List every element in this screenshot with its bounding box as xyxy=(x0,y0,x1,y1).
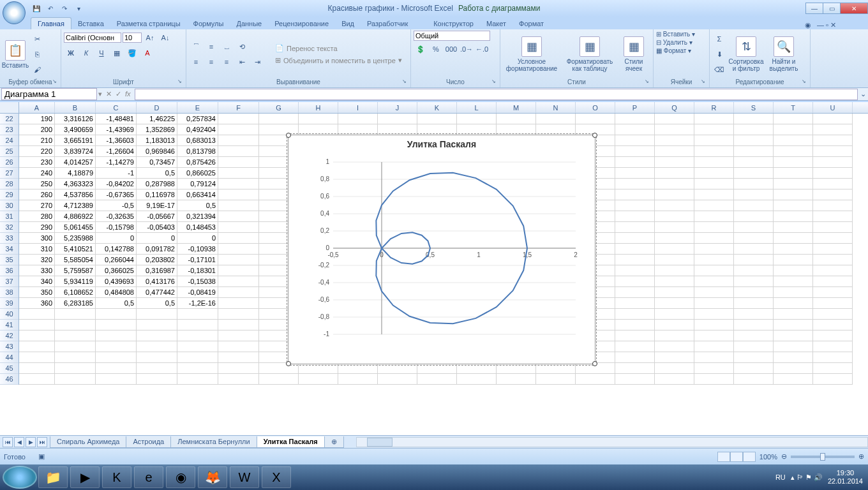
cell-U39[interactable] xyxy=(813,298,853,309)
cell-D46[interactable] xyxy=(137,374,177,385)
cell-T25[interactable] xyxy=(774,146,813,157)
cell-G23[interactable] xyxy=(259,124,299,135)
cell-T36[interactable] xyxy=(774,265,813,276)
column-header-K[interactable]: K xyxy=(417,102,457,113)
align-right[interactable]: ≡ xyxy=(220,55,234,69)
cell-E36[interactable]: -0,18301 xyxy=(177,265,218,276)
format-cells-button[interactable]: ▦ Формат ▾ xyxy=(656,47,691,54)
cell-C26[interactable]: -1,14279 xyxy=(96,157,137,168)
cell-Q22[interactable] xyxy=(655,114,694,124)
cell-A39[interactable]: 360 xyxy=(19,298,55,309)
cell-U35[interactable] xyxy=(813,255,853,265)
cell-F29[interactable] xyxy=(218,189,259,200)
view-page-break[interactable] xyxy=(743,452,756,462)
cell-S24[interactable] xyxy=(734,135,774,146)
cell-G22[interactable] xyxy=(259,114,299,124)
cell-C38[interactable]: 0,484808 xyxy=(96,287,137,298)
cell-E43[interactable] xyxy=(177,341,218,352)
cell-D33[interactable]: 0 xyxy=(137,233,177,244)
help-button[interactable]: ◉ — ▫ ✕ xyxy=(805,21,836,29)
cell-E45[interactable] xyxy=(177,363,218,374)
cell-U24[interactable] xyxy=(813,135,853,146)
cell-S35[interactable] xyxy=(734,255,774,265)
cell-P27[interactable] xyxy=(615,168,655,179)
cell-H46[interactable] xyxy=(299,374,338,385)
column-header-E[interactable]: E xyxy=(177,102,218,113)
cell-D31[interactable]: -0,05667 xyxy=(137,211,177,222)
cell-P25[interactable] xyxy=(615,146,655,157)
tray-flag-icon[interactable]: ▴ 🏳 ⚑ 🔊 xyxy=(791,473,823,482)
cell-Q36[interactable] xyxy=(655,265,694,276)
cell-C24[interactable]: -1,36603 xyxy=(96,135,137,146)
format-painter-button[interactable]: 🖌 xyxy=(30,63,44,77)
find-select-button[interactable]: 🔍Найти и выделить xyxy=(766,35,802,73)
cell-B33[interactable]: 5,235988 xyxy=(55,233,96,244)
cell-R34[interactable] xyxy=(694,244,734,255)
cell-C46[interactable] xyxy=(96,374,137,385)
cell-U34[interactable] xyxy=(813,244,853,255)
cell-E26[interactable]: 0,875426 xyxy=(177,157,218,168)
cell-K22[interactable] xyxy=(417,114,457,124)
cell-T33[interactable] xyxy=(774,233,813,244)
tray-lang[interactable]: RU xyxy=(775,473,786,481)
cut-button[interactable]: ✂ xyxy=(30,32,44,46)
cell-P26[interactable] xyxy=(615,157,655,168)
expand-formula-bar[interactable]: ⌄ xyxy=(858,90,868,98)
cell-S26[interactable] xyxy=(734,157,774,168)
cell-C44[interactable] xyxy=(96,352,137,363)
task-word[interactable]: W xyxy=(230,466,259,488)
tab-developer[interactable]: Разработчик xyxy=(361,18,414,29)
cell-C39[interactable]: 0,5 xyxy=(96,298,137,309)
border-button[interactable]: ▦ xyxy=(110,46,124,60)
cell-Q34[interactable] xyxy=(655,244,694,255)
column-header-S[interactable]: S xyxy=(734,102,774,113)
column-header-H[interactable]: H xyxy=(299,102,338,113)
cell-Q28[interactable] xyxy=(655,179,694,189)
cell-E24[interactable]: 0,683013 xyxy=(177,135,218,146)
cell-L23[interactable] xyxy=(457,124,497,135)
cell-C27[interactable]: -1 xyxy=(96,168,137,179)
row-header-25[interactable]: 25 xyxy=(0,146,19,157)
cell-M23[interactable] xyxy=(497,124,536,135)
cell-U31[interactable] xyxy=(813,211,853,222)
row-header-28[interactable]: 28 xyxy=(0,179,19,189)
cell-U38[interactable] xyxy=(813,287,853,298)
fx-button[interactable]: fx xyxy=(125,90,131,98)
cell-U45[interactable] xyxy=(813,363,853,374)
view-page-layout[interactable] xyxy=(730,452,743,462)
cell-R32[interactable] xyxy=(694,222,734,233)
cell-F41[interactable] xyxy=(218,320,259,330)
cell-A40[interactable] xyxy=(19,309,55,320)
cell-S39[interactable] xyxy=(734,298,774,309)
cell-S41[interactable] xyxy=(734,320,774,330)
cell-B25[interactable]: 3,839724 xyxy=(55,146,96,157)
comma-button[interactable]: 000 xyxy=(444,42,458,56)
cell-E37[interactable]: -0,15038 xyxy=(177,276,218,287)
task-excel[interactable]: X xyxy=(262,466,291,488)
task-explorer[interactable]: 📁 xyxy=(38,466,68,488)
tab-home[interactable]: Главная xyxy=(31,17,71,29)
cell-F28[interactable] xyxy=(218,179,259,189)
cell-T41[interactable] xyxy=(774,320,813,330)
row-header-35[interactable]: 35 xyxy=(0,255,19,265)
cell-H23[interactable] xyxy=(299,124,338,135)
cell-E44[interactable] xyxy=(177,352,218,363)
cell-N22[interactable] xyxy=(536,114,576,124)
cell-D30[interactable]: 9,19E-17 xyxy=(137,200,177,211)
cell-E35[interactable]: -0,17101 xyxy=(177,255,218,265)
cell-E40[interactable] xyxy=(177,309,218,320)
cell-B27[interactable]: 4,18879 xyxy=(55,168,96,179)
cell-P42[interactable] xyxy=(615,330,655,341)
paste-button[interactable]: 📋 Вставить xyxy=(3,39,28,70)
cell-F40[interactable] xyxy=(218,309,259,320)
sheet-nav-next[interactable]: ▶ xyxy=(26,437,36,447)
cell-J46[interactable] xyxy=(378,374,417,385)
row-header-39[interactable]: 39 xyxy=(0,298,19,309)
cell-F27[interactable] xyxy=(218,168,259,179)
autosum-button[interactable]: Σ xyxy=(712,32,726,46)
cell-B46[interactable] xyxy=(55,374,96,385)
cell-S43[interactable] xyxy=(734,341,774,352)
cell-Q35[interactable] xyxy=(655,255,694,265)
cell-S45[interactable] xyxy=(734,363,774,374)
cell-C43[interactable] xyxy=(96,341,137,352)
